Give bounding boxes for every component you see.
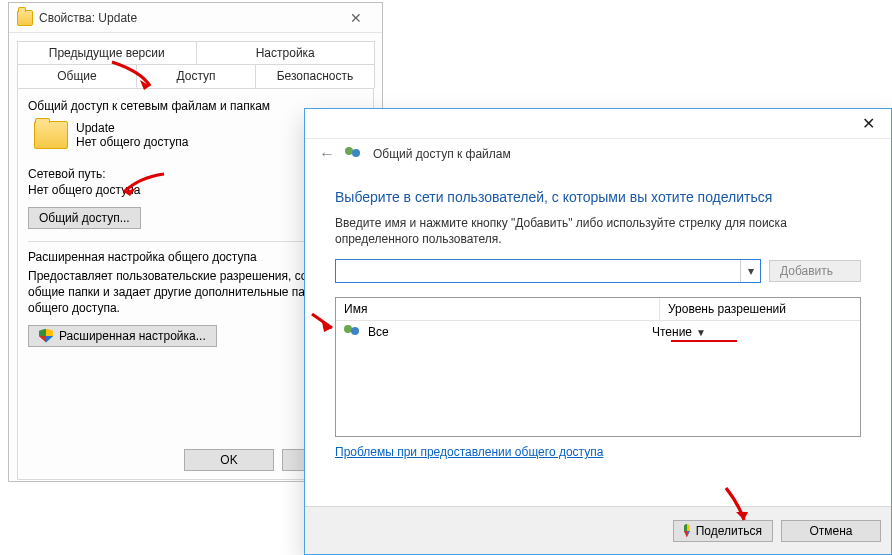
folder-icon-large [34, 121, 68, 149]
wizard-subtext: Введите имя и нажмите кнопку "Добавить" … [335, 215, 861, 247]
ok-button[interactable]: OK [184, 449, 274, 471]
advanced-sharing-label: Расширенная настройка... [59, 329, 206, 343]
add-button[interactable]: Добавить [769, 260, 861, 282]
user-combo[interactable]: ▾ [335, 259, 761, 283]
wizard-heading: Выберите в сети пользователей, с которым… [335, 189, 861, 205]
tab-security[interactable]: Безопасность [255, 64, 375, 88]
wizard-titlebar: ✕ [305, 109, 891, 139]
help-link[interactable]: Проблемы при предоставлении общего досту… [335, 445, 603, 459]
chevron-down-icon: ▼ [696, 327, 706, 338]
titlebar: Свойства: Update ✕ [9, 3, 382, 33]
close-button[interactable]: ✕ [336, 10, 376, 26]
folder-icon [17, 10, 33, 26]
user-list: Имя Уровень разрешений Все Чтение ▼ [335, 297, 861, 437]
user-input[interactable] [336, 260, 740, 282]
shield-icon [39, 329, 53, 343]
folder-name: Update [76, 121, 188, 135]
wizard-cancel-button[interactable]: Отмена [781, 520, 881, 542]
share-confirm-button[interactable]: Поделиться [673, 520, 773, 542]
tab-general[interactable]: Общие [17, 64, 137, 88]
user-row[interactable]: Все Чтение ▼ [336, 321, 860, 343]
permission-value: Чтение [652, 325, 692, 339]
file-sharing-wizard: ✕ ← Общий доступ к файлам Выберите в сет… [304, 108, 892, 555]
col-permission[interactable]: Уровень разрешений [660, 298, 860, 320]
advanced-sharing-button[interactable]: Расширенная настройка... [28, 325, 217, 347]
permission-cell[interactable]: Чтение ▼ [652, 325, 852, 339]
tab-prev-versions[interactable]: Предыдущие версии [17, 41, 197, 64]
tab-sharing[interactable]: Доступ [136, 64, 256, 88]
people-icon [345, 145, 363, 163]
tab-customize[interactable]: Настройка [196, 41, 376, 64]
back-button[interactable]: ← [319, 145, 335, 163]
user-name: Все [368, 325, 389, 339]
chevron-down-icon[interactable]: ▾ [740, 260, 760, 282]
annotation-underline [671, 340, 737, 342]
wizard-subtitle: Общий доступ к файлам [373, 147, 511, 161]
shield-icon [684, 524, 690, 538]
col-name[interactable]: Имя [336, 298, 660, 320]
column-headers: Имя Уровень разрешений [336, 298, 860, 321]
wizard-footer: Поделиться Отмена [305, 506, 891, 554]
share-confirm-label: Поделиться [696, 524, 762, 538]
close-button[interactable]: ✕ [845, 109, 891, 138]
folder-share-state: Нет общего доступа [76, 135, 188, 149]
folder-meta: Update Нет общего доступа [76, 121, 188, 149]
group-icon [344, 323, 362, 341]
share-button[interactable]: Общий доступ... [28, 207, 141, 229]
window-title: Свойства: Update [39, 11, 336, 25]
